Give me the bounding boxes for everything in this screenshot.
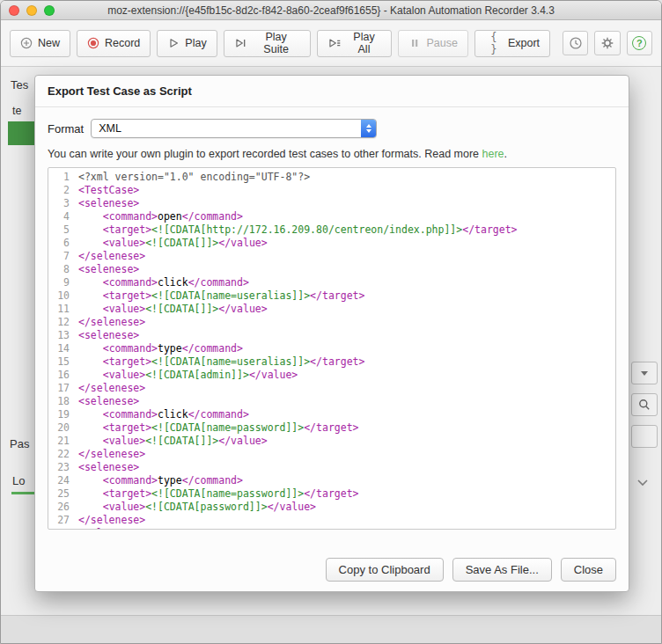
line-number: 28 <box>48 527 78 530</box>
dialog-title: Export Test Case as Script <box>35 76 629 107</box>
titlebar: moz-extension://{e45fb15c-8d2c-f842-8a60… <box>1 1 661 20</box>
format-select[interactable]: XML <box>91 119 377 138</box>
code-line: 24 <command>type</command> <box>48 474 615 487</box>
code-lines: 1<?xml version="1.0" encoding="UTF-8"?>2… <box>48 171 615 530</box>
code-line: 18<selenese> <box>48 395 615 408</box>
line-number: 20 <box>48 421 78 435</box>
description: You can write your own plugin to export … <box>48 148 616 160</box>
code-line: 11 <value><![CDATA[]]></value> <box>48 303 615 316</box>
line-number: 18 <box>48 395 78 408</box>
record-button[interactable]: Record <box>77 30 151 57</box>
code-editor[interactable]: 1<?xml version="1.0" encoding="UTF-8"?>2… <box>48 167 616 530</box>
app-window: moz-extension://{e45fb15c-8d2c-f842-8a60… <box>0 0 662 644</box>
code-line: 17</selenese> <box>48 382 615 395</box>
line-number: 7 <box>48 250 78 263</box>
play-all-button-label: Play All <box>347 31 382 55</box>
line-number: 26 <box>48 501 78 514</box>
code-line: 23<selenese> <box>48 461 615 474</box>
code-line: 25 <target><![CDATA[name=password]]></ta… <box>48 487 615 501</box>
play-all-button[interactable]: Play All <box>317 30 392 57</box>
code-line: 6 <value><![CDATA[]]></value> <box>48 237 615 250</box>
new-button[interactable]: New <box>10 30 70 57</box>
code-line: 15 <target><![CDATA[name=useralias]]></t… <box>48 355 615 369</box>
code-line: 21 <value><![CDATA[]]></value> <box>48 435 615 448</box>
play-all-icon <box>327 37 342 49</box>
line-number: 14 <box>48 342 78 355</box>
export-dialog: Export Test Case as Script Format XML Yo… <box>34 75 629 592</box>
line-number: 5 <box>48 223 78 237</box>
line-number: 8 <box>48 263 78 276</box>
line-number: 25 <box>48 487 78 501</box>
line-number: 22 <box>48 448 78 461</box>
code-line: 12</selenese> <box>48 316 615 329</box>
export-button[interactable]: { } Export <box>474 30 550 57</box>
record-icon <box>87 37 99 49</box>
code-line: 9 <command>click</command> <box>48 276 615 289</box>
dialog-footer: Copy to Clipboard Save As File... Close <box>326 558 616 582</box>
line-number: 9 <box>48 276 78 289</box>
plus-circle-icon <box>20 37 33 49</box>
play-button[interactable]: Play <box>157 30 217 57</box>
traffic-lights <box>9 5 55 16</box>
braces-icon: { } <box>485 31 503 55</box>
copy-to-clipboard-button[interactable]: Copy to Clipboard <box>326 558 444 582</box>
line-number: 6 <box>48 237 78 250</box>
code-line: 14 <command>type</command> <box>48 342 615 355</box>
line-number: 11 <box>48 303 78 316</box>
code-line: 19 <command>click</command> <box>48 408 615 421</box>
format-selected-value: XML <box>99 122 121 135</box>
line-number: 24 <box>48 474 78 487</box>
code-line: 2<TestCase> <box>48 184 615 197</box>
new-button-label: New <box>38 37 60 49</box>
line-number: 3 <box>48 197 78 210</box>
gear-icon <box>600 36 614 50</box>
help-button[interactable]: ? <box>627 31 652 55</box>
minimize-window-button[interactable] <box>26 5 37 16</box>
line-number: 15 <box>48 355 78 369</box>
line-number: 13 <box>48 329 78 342</box>
line-number: 23 <box>48 461 78 474</box>
pause-button-label: Pause <box>426 37 457 49</box>
export-button-label: Export <box>508 37 540 49</box>
description-period: . <box>504 148 507 160</box>
format-label: Format <box>48 122 84 135</box>
line-number: 27 <box>48 514 78 527</box>
clock-icon <box>569 36 583 50</box>
pause-button[interactable]: Pause <box>398 30 467 57</box>
code-line: 26 <value><![CDATA[password]]></value> <box>48 501 615 514</box>
main-content: Tes te Pas Lo Export Test Case as Script… <box>1 67 661 643</box>
line-number: 21 <box>48 435 78 448</box>
play-button-label: Play <box>185 37 206 49</box>
code-line: 3<selenese> <box>48 197 615 210</box>
code-line: 22</selenese> <box>48 448 615 461</box>
close-button[interactable]: Close <box>561 558 616 582</box>
play-suite-button-label: Play Suite <box>252 31 300 55</box>
code-line: 7</selenese> <box>48 250 615 263</box>
select-stepper-icon <box>361 120 376 137</box>
zoom-window-button[interactable] <box>44 5 55 16</box>
close-window-button[interactable] <box>9 5 19 16</box>
help-icon: ? <box>632 36 646 50</box>
read-more-link[interactable]: here <box>482 148 504 160</box>
line-number: 10 <box>48 289 78 303</box>
line-number: 16 <box>48 369 78 382</box>
record-button-label: Record <box>105 37 140 49</box>
line-number: 19 <box>48 408 78 421</box>
toolbar: New Record Play Play Suite <box>1 20 661 67</box>
code-line: 10 <target><![CDATA[name=useralias]]></t… <box>48 289 615 303</box>
play-icon <box>167 37 180 49</box>
code-line: 20 <target><![CDATA[name=password]]></ta… <box>48 421 615 435</box>
code-line: 28<selenese> <box>48 527 615 530</box>
code-line: 8<selenese> <box>48 263 615 276</box>
code-line: 1<?xml version="1.0" encoding="UTF-8"?> <box>48 171 615 184</box>
line-number: 17 <box>48 382 78 395</box>
format-row: Format XML <box>48 119 616 138</box>
play-suite-button[interactable]: Play Suite <box>224 30 311 57</box>
line-number: 2 <box>48 184 78 197</box>
schedule-button[interactable] <box>563 31 588 55</box>
code-line: 5 <target><![CDATA[http://172.16.209.80/… <box>48 223 615 237</box>
description-text: You can write your own plugin to export … <box>48 148 482 160</box>
play-suite-icon <box>234 37 247 49</box>
settings-button[interactable] <box>594 31 620 55</box>
save-as-file-button[interactable]: Save As File... <box>452 558 552 582</box>
